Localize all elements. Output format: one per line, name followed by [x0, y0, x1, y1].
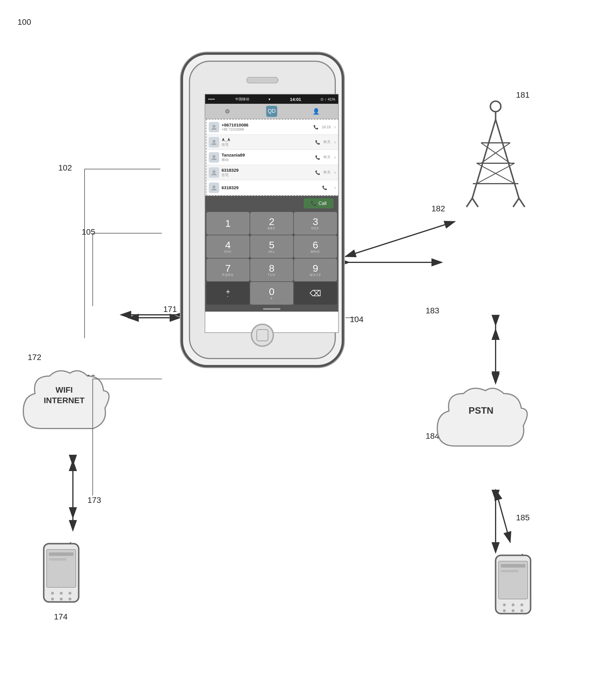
key-0[interactable]: 0 # — [250, 282, 293, 304]
key-5-alpha: JKL — [268, 250, 276, 253]
phone-screen: ••••• 中国移动 ▾ 14:01 ⊙ ↑ 41% ⚙ QD 👤 — [205, 94, 339, 333]
dialer-bottom — [205, 306, 338, 312]
svg-line-10 — [496, 119, 519, 198]
call-avatar-1 — [209, 122, 219, 132]
svg-line-20 — [513, 198, 519, 207]
diagram-label-172: 172 — [28, 353, 41, 362]
call-item[interactable]: ∧_∧ 住宅 📞 昨天 › — [207, 135, 338, 150]
call-type-icon-2: 📞 — [315, 140, 320, 145]
key-2-alpha: ABC — [268, 226, 276, 230]
svg-point-61 — [213, 170, 215, 173]
home-button[interactable] — [251, 324, 274, 347]
call-arrow-5[interactable]: › — [334, 184, 336, 191]
diagram-label-183: 183 — [426, 306, 439, 316]
call-item[interactable]: Tanzania89 移动 📞 昨天 › — [207, 150, 338, 165]
call-item[interactable]: 6318329 📞 › — [207, 180, 338, 195]
svg-point-41 — [503, 609, 506, 612]
key-3[interactable]: 3 DEF — [294, 212, 337, 235]
small-phone-1 — [38, 542, 85, 612]
svg-point-58 — [213, 125, 215, 128]
svg-point-27 — [51, 592, 54, 595]
key-2-num: 2 — [269, 217, 275, 226]
diagram-label-102: 102 — [58, 163, 72, 173]
key-9[interactable]: 9 WXYZ — [294, 259, 337, 281]
call-name-3: Tanzania89 — [222, 153, 313, 157]
svg-point-32 — [68, 598, 71, 601]
call-arrow-2[interactable]: › — [334, 139, 336, 145]
app-header: ⚙ QD 👤 — [205, 104, 338, 119]
call-name-2: ∧_∧ — [222, 137, 313, 142]
call-button-label: Call — [318, 201, 327, 206]
key-6[interactable]: 6 MNO — [294, 235, 337, 258]
svg-point-38 — [503, 604, 506, 606]
carrier-name: 中国移动 — [235, 97, 249, 102]
call-arrow-1[interactable]: › — [334, 124, 336, 130]
phone-device: ••••• 中国移动 ▾ 14:01 ⊙ ↑ 41% ⚙ QD 👤 — [181, 52, 344, 367]
key-5[interactable]: 5 JKL — [250, 235, 293, 258]
key-star-alpha: * — [227, 295, 229, 299]
dialer-header: 📞 Call — [205, 196, 338, 211]
diagram-label-100: 100 — [17, 17, 31, 27]
key-9-alpha: WXYZ — [310, 273, 321, 277]
key-8-num: 8 — [269, 263, 275, 273]
call-avatar-4 — [209, 167, 219, 178]
call-name-4: 6318329 — [222, 168, 313, 173]
call-time-3: 昨天 — [324, 155, 331, 160]
settings-icon[interactable]: ⚙ — [222, 106, 233, 117]
phone-inner: ••••• 中国移动 ▾ 14:01 ⊙ ↑ 41% ⚙ QD 👤 — [189, 61, 336, 359]
svg-line-19 — [472, 198, 478, 207]
svg-rect-25 — [49, 552, 73, 556]
svg-line-21 — [519, 198, 525, 207]
call-arrow-3[interactable]: › — [334, 154, 336, 160]
svg-line-9 — [472, 119, 496, 198]
pstn-text: PSTN — [455, 405, 507, 416]
call-button[interactable]: 📞 Call — [304, 198, 334, 209]
call-phone-icon: 📞 — [311, 201, 317, 206]
wifi-internet-text: WIFIINTERNET — [32, 385, 96, 406]
call-info-4: 6318329 住宅 — [222, 168, 313, 177]
small-phone-2 — [490, 554, 537, 624]
key-backspace[interactable]: ⌫ — [294, 282, 337, 304]
call-item[interactable]: 6318329 住宅 📞 昨天 › — [207, 165, 338, 180]
svg-line-48 — [345, 222, 455, 257]
wifi-icon-status: ▾ — [269, 97, 271, 102]
svg-line-18 — [466, 198, 472, 207]
svg-point-62 — [213, 185, 215, 188]
voip-icon[interactable]: QD — [266, 106, 277, 117]
svg-rect-26 — [49, 558, 66, 561]
diagram-label-171: 171 — [163, 304, 177, 314]
calls-list: +8671010086 +86 71010086 📞 16:19 › ∧_∧ 住… — [206, 119, 339, 196]
call-detail-3: 移动 — [222, 157, 313, 162]
call-name-1: +8671010086 — [222, 122, 311, 127]
key-0-alpha: # — [271, 296, 273, 300]
call-type-icon-5: 📞 — [322, 185, 327, 190]
key-7[interactable]: 7 PQRS — [207, 259, 249, 281]
key-2[interactable]: 2 ABC — [250, 212, 293, 235]
key-0-num: 0 — [269, 287, 275, 296]
key-6-num: 6 — [313, 240, 318, 250]
key-1[interactable]: 1 — [207, 212, 249, 235]
svg-rect-37 — [501, 570, 518, 572]
keypad: 1 2 ABC 3 DEF 4 GHI — [205, 211, 338, 306]
call-type-icon-3: 📞 — [315, 155, 320, 160]
call-info-1: +8671010086 +86 71010086 — [222, 122, 311, 131]
svg-point-59 — [213, 140, 215, 143]
diagram-label-182: 182 — [432, 204, 445, 213]
call-time-2: 昨天 — [324, 139, 331, 145]
key-7-alpha: PQRS — [222, 273, 233, 277]
key-8[interactable]: 8 TUV — [250, 259, 293, 281]
status-bar: ••••• 中国移动 ▾ 14:01 ⊙ ↑ 41% — [205, 95, 338, 104]
key-star[interactable]: + * — [207, 282, 249, 304]
svg-point-39 — [512, 604, 514, 606]
contacts-icon[interactable]: 👤 — [311, 106, 322, 117]
svg-point-42 — [512, 609, 514, 612]
key-3-num: 3 — [313, 217, 318, 226]
call-item[interactable]: +8671010086 +86 71010086 📞 16:19 › — [207, 119, 338, 135]
svg-point-60 — [213, 155, 215, 158]
key-5-num: 5 — [269, 240, 275, 250]
key-4[interactable]: 4 GHI — [207, 235, 249, 258]
call-arrow-4[interactable]: › — [334, 169, 336, 175]
call-avatar-3 — [209, 152, 219, 163]
diagram-label-173: 173 — [88, 496, 101, 505]
call-time-4: 昨天 — [324, 170, 331, 175]
